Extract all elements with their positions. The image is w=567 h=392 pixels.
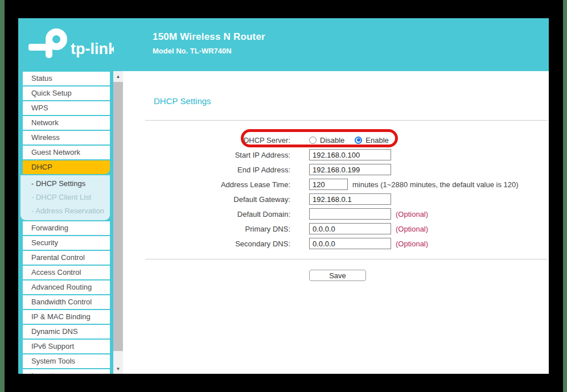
sidebar-item-quick-setup[interactable]: Quick Setup [23,86,110,100]
secondary-dns-input[interactable] [309,238,391,249]
sidebar-subitem-dhcp-settings[interactable]: - DHCP Settings [20,177,110,191]
form-row-default-gateway: Default Gateway: [123,192,539,207]
form-row-dhcp-server: DHCP Server: Disable Enable [123,133,539,147]
form-row-end-ip-address: End IP Address: [123,162,539,177]
secondary-dns-note: (Optional) [396,240,428,248]
sidebar-item-network[interactable]: Network [23,116,110,130]
scrollbar-down-button[interactable]: ▼ [113,364,123,374]
sidebar-item-bandwidth-control[interactable]: Bandwidth Control [23,295,110,309]
secondary-dns-label: Secondary DNS: [123,240,290,248]
desktop-edge-left [0,0,5,392]
address-lease-time-note: minutes (1~2880 minutes, the default val… [352,180,519,189]
main-content: DHCP Settings DHCP Server: Disable Enabl… [123,71,549,374]
form-row-default-domain: Default Domain:(Optional) [123,207,539,221]
desktop-edge-right [563,0,567,392]
divider-top [145,120,548,121]
dhcp-disable-label: Disable [320,136,344,145]
sidebar-item-ip-mac-binding[interactable]: IP & MAC Binding [23,310,110,324]
sidebar-item-dhcp[interactable]: DHCP [23,160,110,174]
router-admin-page: tp-link 150M Wireless N Router Model No.… [18,18,549,374]
model-number: Model No. TL-WR740N [153,47,265,55]
sidebar-submenu: - DHCP Settings- DHCP Client List- Addre… [20,175,110,220]
dhcp-enable-radio[interactable] [355,137,362,144]
scroll-down-icon: ▼ [116,366,121,372]
address-lease-time-label: Address Lease Time: [123,180,290,189]
default-domain-note: (Optional) [396,210,428,218]
sidebar-item-status[interactable]: Status [23,72,110,85]
sidebar-item-wps[interactable]: WPS [23,101,110,115]
end-ip-address-input[interactable] [309,164,391,175]
product-title: 150M Wireless N Router [153,31,265,43]
address-lease-time-input[interactable] [309,179,348,190]
form-row-start-ip-address: Start IP Address: [123,147,539,162]
divider-bottom [145,259,548,259]
sidebar-item-ipv6-support[interactable]: IPv6 Support [23,340,110,353]
sidebar-item-logout[interactable]: Logout [23,369,110,374]
scrollbar-up-button[interactable]: ▲ [113,71,123,81]
sidebar-subitem-dhcp-client-list[interactable]: - DHCP Client List [20,191,110,204]
sidebar-item-access-control[interactable]: Access Control [23,266,110,279]
sidebar-menu: StatusQuick SetupWPSNetworkWirelessGuest… [18,71,113,374]
primary-dns-label: Primary DNS: [123,225,290,233]
brand-text: tp-link [71,40,114,57]
save-button[interactable]: Save [309,270,366,281]
scrollbar-thumb[interactable] [113,82,123,351]
sidebar-item-wireless[interactable]: Wireless [23,131,110,145]
primary-dns-note: (Optional) [396,225,428,233]
sidebar-item-system-tools[interactable]: System Tools [23,354,110,368]
start-ip-address-label: Start IP Address: [123,151,290,159]
end-ip-address-label: End IP Address: [123,166,290,174]
sidebar-item-security[interactable]: Security [23,236,110,250]
default-gateway-input[interactable] [309,193,391,205]
sidebar-subitem-address-reservation[interactable]: - Address Reservation [20,204,110,218]
default-domain-label: Default Domain: [123,210,290,218]
start-ip-address-input[interactable] [309,149,391,160]
default-domain-input[interactable] [309,208,391,220]
form-row-secondary-dns: Secondary DNS:(Optional) [123,236,539,251]
sidebar-scrollbar[interactable]: ▲ ▼ [113,71,123,374]
sidebar-item-advanced-routing[interactable]: Advanced Routing [23,280,110,294]
primary-dns-input[interactable] [309,223,391,234]
form-row-primary-dns: Primary DNS:(Optional) [123,221,539,236]
header-bar: tp-link 150M Wireless N Router Model No.… [18,18,549,71]
sidebar-item-dynamic-dns[interactable]: Dynamic DNS [23,325,110,339]
sidebar-item-guest-network[interactable]: Guest Network [23,146,110,159]
dhcp-enable-label: Enable [365,136,388,145]
sidebar-item-forwarding[interactable]: Forwarding [23,221,110,235]
header-titles: 150M Wireless N Router Model No. TL-WR74… [153,31,265,55]
dhcp-server-label: DHCP Server: [123,136,290,145]
default-gateway-label: Default Gateway: [123,195,290,204]
dhcp-disable-radio[interactable] [309,137,317,144]
form-row-address-lease-time: Address Lease Time:minutes (1~2880 minut… [123,177,539,192]
page-title: DHCP Settings [154,96,211,106]
tp-link-logo: tp-link [28,27,114,62]
scroll-up-icon: ▲ [116,74,121,79]
sidebar-item-parental-control[interactable]: Parental Control [23,251,110,265]
